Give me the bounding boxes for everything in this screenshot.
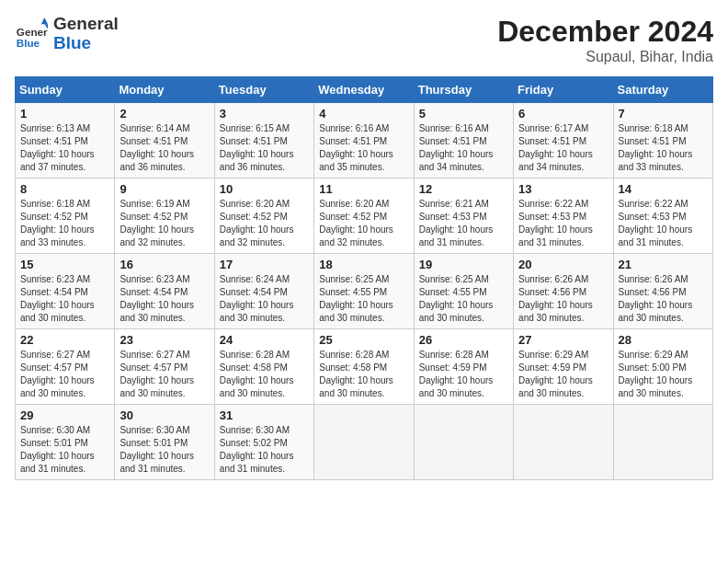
day-info: Sunrise: 6:25 AM Sunset: 4:55 PM Dayligh… (419, 273, 508, 325)
calendar-cell: 9 Sunrise: 6:19 AM Sunset: 4:52 PM Dayli… (115, 178, 214, 254)
day-info: Sunrise: 6:16 AM Sunset: 4:51 PM Dayligh… (319, 122, 408, 174)
day-info: Sunrise: 6:27 AM Sunset: 4:57 PM Dayligh… (20, 349, 109, 400)
day-number: 25 (319, 333, 408, 347)
day-number: 7 (619, 107, 708, 121)
month-title: December 2024 (497, 15, 713, 49)
calendar-cell (613, 405, 712, 480)
weekday-header-row: SundayMondayTuesdayWednesdayThursdayFrid… (16, 77, 713, 103)
day-number: 21 (619, 258, 708, 271)
calendar-cell (314, 405, 414, 480)
day-info: Sunrise: 6:28 AM Sunset: 4:59 PM Dayligh… (419, 349, 508, 400)
calendar-cell: 16 Sunrise: 6:23 AM Sunset: 4:54 PM Dayl… (115, 254, 214, 329)
calendar-cell: 15 Sunrise: 6:23 AM Sunset: 4:54 PM Dayl… (16, 254, 115, 329)
day-info: Sunrise: 6:18 AM Sunset: 4:52 PM Dayligh… (20, 198, 109, 249)
calendar-cell: 23 Sunrise: 6:27 AM Sunset: 4:57 PM Dayl… (115, 329, 214, 405)
day-number: 9 (119, 182, 209, 196)
day-info: Sunrise: 6:25 AM Sunset: 4:55 PM Dayligh… (319, 273, 408, 325)
day-info: Sunrise: 6:23 AM Sunset: 4:54 PM Dayligh… (20, 273, 109, 325)
day-info: Sunrise: 6:19 AM Sunset: 4:52 PM Dayligh… (119, 198, 209, 249)
calendar-cell: 3 Sunrise: 6:15 AM Sunset: 4:51 PM Dayli… (214, 103, 313, 178)
day-number: 20 (518, 258, 608, 271)
day-info: Sunrise: 6:26 AM Sunset: 4:56 PM Dayligh… (619, 273, 708, 325)
day-info: Sunrise: 6:30 AM Sunset: 5:01 PM Dayligh… (20, 424, 109, 476)
day-number: 16 (119, 258, 209, 271)
calendar-cell: 28 Sunrise: 6:29 AM Sunset: 5:00 PM Dayl… (613, 329, 712, 405)
day-number: 11 (319, 182, 408, 196)
day-info: Sunrise: 6:15 AM Sunset: 4:51 PM Dayligh… (220, 122, 309, 174)
weekday-header-friday: Friday (514, 77, 613, 103)
calendar-cell: 24 Sunrise: 6:28 AM Sunset: 4:58 PM Dayl… (214, 329, 313, 405)
day-number: 2 (119, 107, 209, 121)
calendar-cell (514, 405, 613, 480)
day-number: 14 (619, 182, 708, 196)
day-info: Sunrise: 6:17 AM Sunset: 4:51 PM Dayligh… (518, 122, 608, 174)
day-number: 19 (419, 258, 508, 271)
calendar-cell: 12 Sunrise: 6:21 AM Sunset: 4:53 PM Dayl… (414, 178, 513, 254)
day-info: Sunrise: 6:29 AM Sunset: 4:59 PM Dayligh… (518, 349, 608, 400)
calendar-cell: 18 Sunrise: 6:25 AM Sunset: 4:55 PM Dayl… (314, 254, 414, 329)
calendar-week-row: 22 Sunrise: 6:27 AM Sunset: 4:57 PM Dayl… (16, 329, 713, 405)
day-number: 29 (20, 408, 109, 422)
logo: General Blue General Blue (15, 15, 119, 53)
logo-blue-text: Blue (53, 34, 119, 53)
calendar-cell: 6 Sunrise: 6:17 AM Sunset: 4:51 PM Dayli… (514, 103, 613, 178)
day-info: Sunrise: 6:21 AM Sunset: 4:53 PM Dayligh… (419, 198, 508, 249)
day-info: Sunrise: 6:16 AM Sunset: 4:51 PM Dayligh… (419, 122, 508, 174)
weekday-header-monday: Monday (115, 77, 214, 103)
day-number: 4 (319, 107, 408, 121)
day-info: Sunrise: 6:22 AM Sunset: 4:53 PM Dayligh… (619, 198, 708, 249)
day-number: 17 (220, 258, 309, 271)
logo-icon: General Blue (15, 17, 48, 51)
calendar-week-row: 15 Sunrise: 6:23 AM Sunset: 4:54 PM Dayl… (16, 254, 713, 329)
day-number: 26 (419, 333, 508, 347)
day-number: 10 (220, 182, 309, 196)
day-number: 27 (518, 333, 608, 347)
calendar-cell: 26 Sunrise: 6:28 AM Sunset: 4:59 PM Dayl… (414, 329, 513, 405)
day-number: 22 (20, 333, 109, 347)
calendar-week-row: 8 Sunrise: 6:18 AM Sunset: 4:52 PM Dayli… (16, 178, 713, 254)
day-info: Sunrise: 6:30 AM Sunset: 5:02 PM Dayligh… (220, 424, 309, 476)
calendar-cell: 20 Sunrise: 6:26 AM Sunset: 4:56 PM Dayl… (514, 254, 613, 329)
day-number: 28 (619, 333, 708, 347)
weekday-header-wednesday: Wednesday (314, 77, 414, 103)
day-info: Sunrise: 6:30 AM Sunset: 5:01 PM Dayligh… (119, 424, 209, 476)
day-number: 15 (20, 258, 109, 271)
day-info: Sunrise: 6:13 AM Sunset: 4:51 PM Dayligh… (20, 122, 109, 174)
location-subtitle: Supaul, Bihar, India (497, 49, 713, 65)
day-number: 5 (419, 107, 508, 121)
day-number: 18 (319, 258, 408, 271)
day-info: Sunrise: 6:24 AM Sunset: 4:54 PM Dayligh… (220, 273, 309, 325)
day-info: Sunrise: 6:20 AM Sunset: 4:52 PM Dayligh… (220, 198, 309, 249)
calendar-cell: 30 Sunrise: 6:30 AM Sunset: 5:01 PM Dayl… (115, 405, 214, 480)
calendar-cell: 31 Sunrise: 6:30 AM Sunset: 5:02 PM Dayl… (214, 405, 313, 480)
day-number: 24 (220, 333, 309, 347)
calendar-cell: 21 Sunrise: 6:26 AM Sunset: 4:56 PM Dayl… (613, 254, 712, 329)
calendar-cell: 8 Sunrise: 6:18 AM Sunset: 4:52 PM Dayli… (16, 178, 115, 254)
day-info: Sunrise: 6:20 AM Sunset: 4:52 PM Dayligh… (319, 198, 408, 249)
calendar-cell: 5 Sunrise: 6:16 AM Sunset: 4:51 PM Dayli… (414, 103, 513, 178)
calendar-cell: 19 Sunrise: 6:25 AM Sunset: 4:55 PM Dayl… (414, 254, 513, 329)
calendar-cell: 17 Sunrise: 6:24 AM Sunset: 4:54 PM Dayl… (214, 254, 313, 329)
calendar-cell: 14 Sunrise: 6:22 AM Sunset: 4:53 PM Dayl… (613, 178, 712, 254)
day-number: 1 (20, 107, 109, 121)
calendar-week-row: 29 Sunrise: 6:30 AM Sunset: 5:01 PM Dayl… (16, 405, 713, 480)
calendar-cell: 2 Sunrise: 6:14 AM Sunset: 4:51 PM Dayli… (115, 103, 214, 178)
day-info: Sunrise: 6:28 AM Sunset: 4:58 PM Dayligh… (220, 349, 309, 400)
page-header: General Blue General Blue December 2024 … (15, 15, 713, 65)
svg-marker-3 (41, 17, 48, 24)
calendar-cell: 7 Sunrise: 6:18 AM Sunset: 4:51 PM Dayli… (613, 103, 712, 178)
day-info: Sunrise: 6:18 AM Sunset: 4:51 PM Dayligh… (619, 122, 708, 174)
day-info: Sunrise: 6:14 AM Sunset: 4:51 PM Dayligh… (119, 122, 209, 174)
weekday-header-saturday: Saturday (613, 77, 712, 103)
calendar-cell: 11 Sunrise: 6:20 AM Sunset: 4:52 PM Dayl… (314, 178, 414, 254)
calendar-cell (414, 405, 513, 480)
weekday-header-sunday: Sunday (16, 77, 115, 103)
weekday-header-tuesday: Tuesday (214, 77, 313, 103)
day-info: Sunrise: 6:23 AM Sunset: 4:54 PM Dayligh… (119, 273, 209, 325)
day-info: Sunrise: 6:28 AM Sunset: 4:58 PM Dayligh… (319, 349, 408, 400)
day-info: Sunrise: 6:26 AM Sunset: 4:56 PM Dayligh… (518, 273, 608, 325)
calendar-cell: 27 Sunrise: 6:29 AM Sunset: 4:59 PM Dayl… (514, 329, 613, 405)
calendar-cell: 22 Sunrise: 6:27 AM Sunset: 4:57 PM Dayl… (16, 329, 115, 405)
calendar-cell: 10 Sunrise: 6:20 AM Sunset: 4:52 PM Dayl… (214, 178, 313, 254)
svg-text:Blue: Blue (17, 36, 40, 48)
